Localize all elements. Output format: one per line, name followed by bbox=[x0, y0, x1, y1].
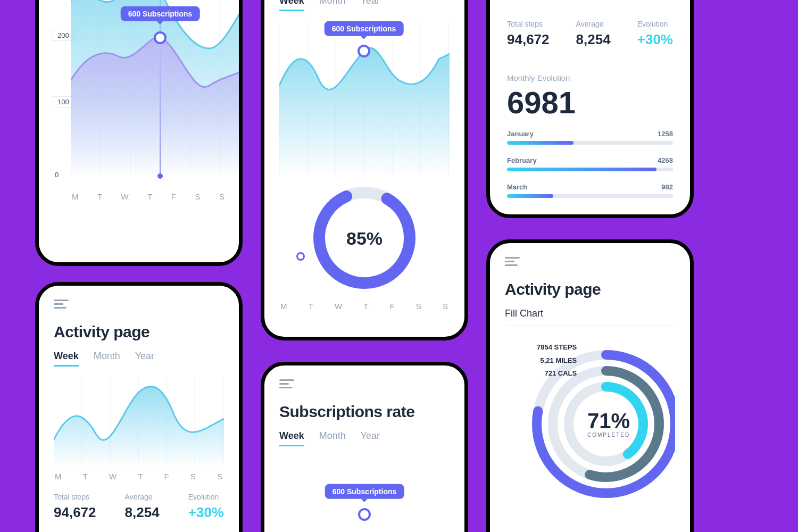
stat-value: 94,672 bbox=[54, 504, 96, 520]
x-axis: M T W T F S S bbox=[71, 192, 226, 201]
time-range-tabs: Week Month Year bbox=[54, 351, 224, 367]
day-f: F bbox=[390, 302, 395, 311]
stat-value: 8,254 bbox=[125, 504, 160, 520]
day-s: S bbox=[190, 472, 196, 481]
stats-row: Total steps 94,672 Average 8,254 Evoluti… bbox=[507, 20, 673, 48]
bar-name: March bbox=[507, 183, 527, 191]
tab-week[interactable]: Week bbox=[54, 351, 79, 367]
label-cals: 721 CALS bbox=[537, 367, 577, 380]
stat-evolution: Evolution +30% bbox=[637, 20, 673, 48]
day-s2: S bbox=[219, 192, 225, 201]
x-axis: M T W T F S S bbox=[279, 302, 450, 311]
tab-week[interactable]: Week bbox=[279, 0, 304, 11]
stat-average: Average 8,254 bbox=[576, 20, 611, 48]
day-t: T bbox=[83, 472, 88, 481]
series-point-marker bbox=[154, 31, 167, 44]
bar-name: February bbox=[507, 156, 537, 164]
tab-year[interactable]: Year bbox=[135, 351, 154, 367]
bar-value: 982 bbox=[661, 183, 673, 191]
tab-month[interactable]: Month bbox=[94, 351, 120, 367]
stat-label: Evolution bbox=[637, 20, 673, 28]
chart-tooltip: 600 Subscriptions bbox=[121, 6, 200, 21]
day-w: W bbox=[335, 302, 343, 311]
fill-chart: 7854 STEPS 5,21 MILES 721 CALS 71% COMPL… bbox=[505, 334, 675, 504]
label-miles: 5,21 MILES bbox=[537, 354, 577, 368]
day-f: F bbox=[164, 472, 170, 481]
day-s: S bbox=[416, 302, 422, 311]
bar-value: 1258 bbox=[658, 130, 673, 138]
stat-total-steps: Total steps 94,672 bbox=[54, 493, 96, 521]
day-m: M bbox=[280, 302, 288, 311]
series-point-marker bbox=[358, 45, 370, 57]
bar-january: January 1258 bbox=[507, 130, 673, 145]
monthly-label: Monthly Evolution bbox=[507, 73, 673, 82]
section-title: Fill Chart bbox=[505, 308, 675, 326]
stat-total-steps: Total steps 94,672 bbox=[507, 20, 550, 48]
day-s: S bbox=[195, 192, 201, 201]
page-title: Activity page bbox=[505, 280, 675, 298]
menu-icon[interactable] bbox=[54, 300, 70, 311]
day-w: W bbox=[109, 472, 117, 481]
bar-march: March 982 bbox=[507, 183, 673, 198]
bar-february: February 4268 bbox=[507, 156, 673, 171]
tab-month[interactable]: Month bbox=[319, 430, 346, 446]
ytick-0: 0 bbox=[55, 171, 59, 179]
time-range-tabs: Week Month Year bbox=[279, 430, 450, 446]
donut-endpoint bbox=[296, 252, 305, 261]
ring-labels: 7854 STEPS 5,21 MILES 721 CALS bbox=[537, 341, 577, 380]
day-t2: T bbox=[363, 302, 369, 311]
day-s2: S bbox=[443, 302, 448, 311]
fill-caption: COMPLETED bbox=[587, 432, 630, 438]
tab-year[interactable]: Year bbox=[361, 0, 380, 11]
single-area-chart: 600 Subscriptions bbox=[279, 22, 450, 176]
label-steps: 7854 STEPS bbox=[537, 341, 577, 354]
two-series-area-chart: 300 200 100 0 bbox=[52, 0, 226, 187]
day-m: M bbox=[72, 192, 79, 201]
day-t: T bbox=[309, 302, 314, 311]
page-title: Activity page bbox=[54, 323, 224, 341]
day-w: W bbox=[121, 192, 129, 201]
stat-value: 94,672 bbox=[507, 31, 550, 47]
stat-evolution: Evolution +30% bbox=[188, 493, 224, 521]
day-t2: T bbox=[138, 472, 143, 481]
stats-row: Total steps 94,672 Average 8,254 Evoluti… bbox=[54, 493, 224, 521]
stat-label: Evolution bbox=[188, 493, 224, 501]
chart-tooltip: 600 Subscriptions bbox=[325, 21, 404, 36]
day-s2: S bbox=[217, 472, 223, 481]
stat-value: 8,254 bbox=[576, 31, 611, 47]
menu-icon[interactable] bbox=[505, 257, 521, 269]
bar-name: January bbox=[507, 130, 534, 138]
donut-chart: 85% bbox=[279, 179, 450, 296]
stat-value: +30% bbox=[188, 504, 224, 520]
chart-tooltip: 600 Subscriptions bbox=[325, 484, 404, 499]
page-title: Subscriptions rate bbox=[279, 403, 450, 421]
stat-label: Total steps bbox=[507, 20, 550, 28]
day-f: F bbox=[171, 192, 177, 201]
tab-year[interactable]: Year bbox=[361, 430, 380, 446]
day-t: T bbox=[97, 192, 103, 201]
x-axis: M T W T F S S bbox=[54, 472, 224, 481]
series-point-marker bbox=[358, 508, 371, 521]
stat-average: Average 8,254 bbox=[125, 493, 160, 521]
subscriptions-chart-peek: 600 Subscriptions bbox=[279, 461, 450, 525]
tab-week[interactable]: Week bbox=[279, 430, 304, 446]
stat-value: +30% bbox=[637, 31, 673, 47]
stat-label: Total steps bbox=[54, 493, 96, 501]
time-range-tabs: Week Month Year bbox=[279, 0, 450, 11]
fill-percent: 71% bbox=[587, 409, 630, 433]
tab-month[interactable]: Month bbox=[319, 0, 346, 11]
fill-center: 71% COMPLETED bbox=[587, 409, 630, 438]
menu-icon[interactable] bbox=[279, 379, 295, 391]
monthly-value: 6981 bbox=[507, 85, 673, 120]
activity-area-chart bbox=[54, 376, 224, 467]
donut-percent: 85% bbox=[279, 228, 450, 249]
day-t2: T bbox=[147, 192, 153, 201]
monthly-evolution: Monthly Evolution 6981 January 1258 Febr… bbox=[507, 73, 673, 198]
stat-label: Average bbox=[125, 493, 160, 501]
bar-value: 4268 bbox=[658, 156, 673, 164]
day-m: M bbox=[55, 472, 62, 481]
stat-label: Average bbox=[576, 20, 611, 28]
